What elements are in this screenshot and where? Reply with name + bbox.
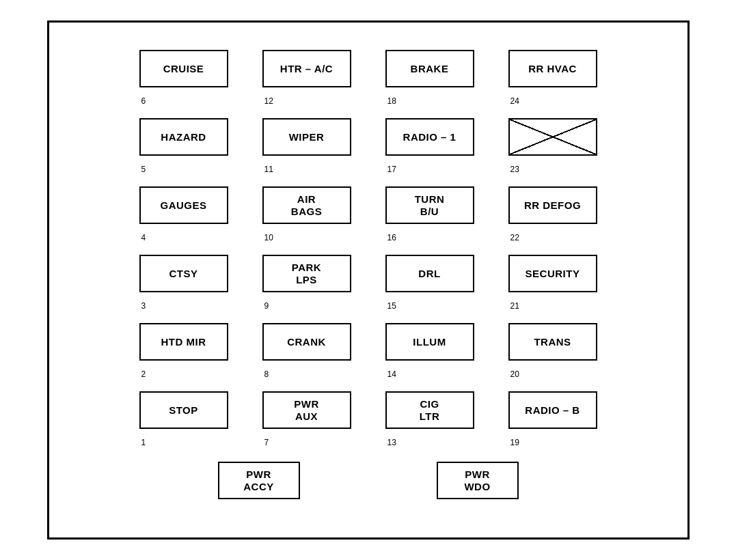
fuse-pwr-accy: PWRACCY — [218, 462, 300, 499]
fuse-number-16: 16 — [387, 233, 396, 242]
fuse-trans: TRANS — [508, 323, 597, 361]
fuse-security: SECURITY — [508, 255, 597, 292]
fuse-number-12: 12 — [264, 96, 273, 106]
fuse-htr-ac: HTR – A/C — [262, 50, 351, 87]
cell-hazard: HAZARD 5 — [129, 111, 238, 180]
fuse-pwr-wdo: PWRWDO — [437, 462, 519, 499]
fuse-number-7: 7 — [264, 438, 269, 447]
fuse-hazard: HAZARD — [139, 118, 228, 156]
cell-rr-defog: RR DEFOG 22 — [498, 180, 608, 248]
fuse-pwr-aux: PWRAUX — [262, 391, 351, 429]
fuse-x — [508, 118, 597, 156]
fuse-drl: DRL — [385, 255, 474, 292]
fuse-air-bags: AIRBAGS — [262, 186, 351, 224]
fuse-diagram: CRUISE 6 HTR – A/C 12 BRAKE 18 RR HVAC 2… — [47, 20, 690, 540]
cell-crank: CRANK 8 — [252, 316, 362, 384]
fuse-number-13: 13 — [387, 438, 396, 447]
fuse-number-10: 10 — [264, 233, 273, 242]
fuse-rr-hvac: RR HVAC — [508, 50, 597, 87]
fuse-radio-b: RADIO – B — [508, 391, 597, 429]
fuse-turn-bu: TURNB/U — [385, 186, 474, 224]
fuse-illum: ILLUM — [385, 323, 474, 361]
fuse-grid: CRUISE 6 HTR – A/C 12 BRAKE 18 RR HVAC 2… — [129, 43, 608, 453]
fuse-cig-ltr: CIGLTR — [385, 391, 474, 429]
fuse-number-14: 14 — [387, 369, 396, 379]
fuse-number-6: 6 — [141, 96, 146, 106]
fuse-number-9: 9 — [264, 301, 269, 311]
fuse-number-24: 24 — [510, 96, 519, 106]
fuse-number-8: 8 — [264, 369, 269, 379]
cell-stop: STOP 1 — [129, 384, 238, 453]
fuse-gauges: GAUGES — [139, 186, 228, 224]
cell-htd-mir: HTD MIR 2 — [129, 316, 238, 384]
cell-pwr-accy: PWRACCY — [204, 456, 314, 499]
fuse-number-19: 19 — [510, 438, 519, 447]
fuse-number-1: 1 — [141, 438, 146, 447]
fuse-park-lps: PARKLPS — [262, 255, 351, 292]
cell-cig-ltr: CIGLTR 13 — [375, 384, 485, 453]
cell-x: 23 — [498, 111, 608, 180]
fuse-ctsy: CTSY — [139, 255, 228, 292]
fuse-number-23: 23 — [510, 165, 519, 174]
cell-turn-bu: TURNB/U 16 — [375, 180, 485, 248]
fuse-cruise: CRUISE — [139, 50, 228, 87]
fuse-number-17: 17 — [387, 165, 396, 174]
cell-park-lps: PARKLPS 9 — [252, 248, 362, 316]
fuse-brake: BRAKE — [385, 50, 474, 87]
fuse-number-22: 22 — [510, 233, 519, 242]
fuse-number-20: 20 — [510, 369, 519, 379]
cell-pwr-aux: PWRAUX 7 — [252, 384, 362, 453]
fuse-stop: STOP — [139, 391, 228, 429]
cell-rr-hvac: RR HVAC 24 — [498, 43, 608, 111]
cell-pwr-wdo: PWRWDO — [423, 456, 532, 499]
cell-radio1: RADIO – 1 17 — [375, 111, 485, 180]
fuse-number-5: 5 — [141, 165, 146, 174]
fuse-number-15: 15 — [387, 301, 396, 311]
fuse-wiper: WIPER — [262, 118, 351, 156]
cell-drl: DRL 15 — [375, 248, 485, 316]
cell-htr-ac: HTR – A/C 12 — [252, 43, 362, 111]
cell-illum: ILLUM 14 — [375, 316, 485, 384]
fuse-crank: CRANK — [262, 323, 351, 361]
fuse-number-4: 4 — [141, 233, 146, 242]
cell-ctsy: CTSY 3 — [129, 248, 238, 316]
cell-radio-b: RADIO – B 19 — [498, 384, 608, 453]
cell-air-bags: AIRBAGS 10 — [252, 180, 362, 248]
fuse-number-18: 18 — [387, 96, 396, 106]
cell-gauges: GAUGES 4 — [129, 180, 238, 248]
fuse-number-2: 2 — [141, 369, 146, 379]
fuse-radio1: RADIO – 1 — [385, 118, 474, 156]
fuse-rr-defog: RR DEFOG — [508, 186, 597, 224]
fuse-number-11: 11 — [264, 165, 273, 174]
fuse-htd-mir: HTD MIR — [139, 323, 228, 361]
cell-cruise: CRUISE 6 — [129, 43, 238, 111]
cell-brake: BRAKE 18 — [375, 43, 485, 111]
cell-wiper: WIPER 11 — [252, 111, 362, 180]
fuse-number-21: 21 — [510, 301, 519, 311]
cell-security: SECURITY 21 — [498, 248, 608, 316]
fuse-number-3: 3 — [141, 301, 146, 311]
cell-trans: TRANS 20 — [498, 316, 608, 384]
bottom-fuses-row: PWRACCY PWRWDO — [150, 456, 587, 499]
